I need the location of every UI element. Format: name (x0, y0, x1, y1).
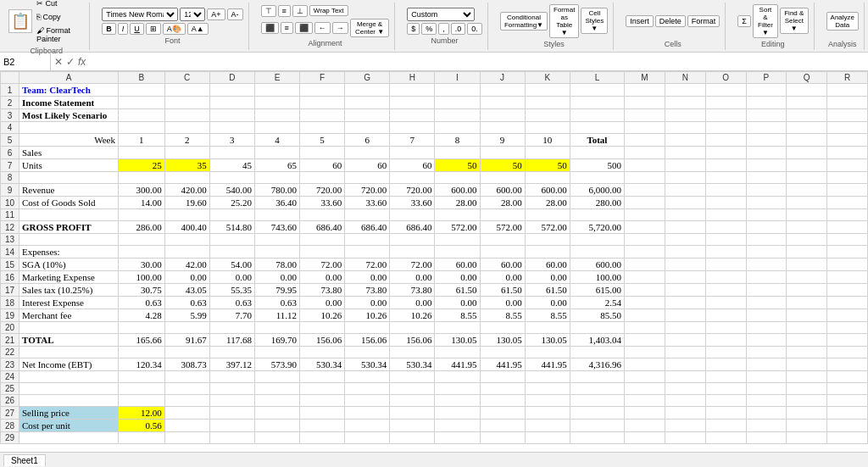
merge-center-button[interactable]: Merge & Center ▼ (350, 19, 389, 37)
cell-A22[interactable] (19, 347, 119, 359)
cell-E2[interactable] (254, 97, 299, 109)
cell-C2[interactable] (164, 97, 209, 109)
cell-I1[interactable] (435, 84, 480, 97)
cell-F24[interactable] (300, 371, 345, 383)
cell-G6[interactable] (345, 147, 390, 159)
cell-B1[interactable] (119, 84, 165, 97)
cell-B28[interactable]: 0.56 (119, 420, 165, 432)
cell-J13[interactable] (480, 234, 525, 246)
cell-G23[interactable]: 530.34 (345, 359, 390, 371)
cell-Q8[interactable] (787, 172, 827, 184)
cell-N3[interactable] (665, 109, 706, 122)
cell-K16[interactable]: 0.00 (525, 271, 570, 284)
cell-H8[interactable] (390, 172, 435, 184)
cell-Q13[interactable] (787, 234, 827, 246)
cell-H9[interactable]: 720.00 (390, 184, 435, 197)
cell-R24[interactable] (827, 371, 868, 383)
cell-B7[interactable]: 25 (119, 159, 165, 172)
cell-D18[interactable]: 0.63 (209, 297, 254, 309)
cell-O11[interactable] (705, 209, 746, 221)
cell-O10[interactable] (705, 197, 746, 209)
cell-J18[interactable]: 0.00 (480, 297, 525, 309)
cell-L23[interactable]: 4,316.96 (570, 359, 624, 371)
cell-Q29[interactable] (787, 432, 827, 444)
cell-O26[interactable] (705, 395, 746, 407)
cell-G9[interactable]: 720.00 (345, 184, 390, 197)
cell-N11[interactable] (665, 209, 706, 221)
cell-F16[interactable]: 0.00 (300, 271, 345, 284)
row-header-28[interactable]: 28 (1, 420, 19, 432)
cell-R21[interactable] (827, 334, 868, 347)
cell-J12[interactable]: 572.00 (480, 221, 525, 234)
cell-P20[interactable] (746, 322, 787, 334)
cell-reference-box[interactable]: B2 (0, 53, 51, 70)
cell-A9[interactable]: Revenue (19, 184, 119, 197)
col-header-a[interactable]: A (19, 72, 119, 84)
confirm-formula-icon[interactable]: ✓ (66, 56, 75, 68)
col-header-i[interactable]: I (435, 72, 480, 84)
row-header-19[interactable]: 19 (1, 309, 19, 322)
cell-G20[interactable] (345, 322, 390, 334)
cell-O23[interactable] (705, 359, 746, 371)
cell-R25[interactable] (827, 383, 868, 395)
cell-O20[interactable] (705, 322, 746, 334)
cell-N4[interactable] (665, 122, 706, 134)
cell-L12[interactable]: 5,720.00 (570, 221, 624, 234)
comma-button[interactable]: , (438, 23, 449, 35)
cell-F18[interactable]: 0.00 (300, 297, 345, 309)
cell-H4[interactable] (390, 122, 435, 134)
sheet-tab-1[interactable]: Sheet1 (3, 454, 46, 466)
cell-N21[interactable] (665, 334, 706, 347)
insert-button[interactable]: Insert (626, 15, 654, 27)
cell-F13[interactable] (300, 234, 345, 246)
cell-L13[interactable] (570, 234, 624, 246)
cell-I2[interactable] (435, 97, 480, 109)
cell-K19[interactable]: 8.55 (525, 309, 570, 322)
cell-O28[interactable] (705, 420, 746, 432)
cell-A26[interactable] (19, 395, 119, 407)
col-header-o[interactable]: O (705, 72, 746, 84)
cell-B9[interactable]: 300.00 (119, 184, 165, 197)
row-header-27[interactable]: 27 (1, 407, 19, 420)
cell-B10[interactable]: 14.00 (119, 197, 165, 209)
cell-L18[interactable]: 2.54 (570, 297, 624, 309)
spreadsheet-container[interactable]: A B C D E F G H I J K L M N O P Q R 1Tea… (0, 71, 868, 452)
cell-F5[interactable]: 5 (300, 134, 345, 147)
cell-C12[interactable]: 400.40 (164, 221, 209, 234)
row-header-1[interactable]: 1 (1, 84, 19, 97)
cell-N23[interactable] (665, 359, 706, 371)
cell-R7[interactable] (827, 159, 868, 172)
cell-G8[interactable] (345, 172, 390, 184)
cell-A2[interactable]: Income Statement (19, 97, 119, 109)
cell-F11[interactable] (300, 209, 345, 221)
cell-L4[interactable] (570, 122, 624, 134)
cell-P7[interactable] (746, 159, 787, 172)
cell-B23[interactable]: 120.34 (119, 359, 165, 371)
cell-M3[interactable] (625, 109, 665, 122)
cell-F2[interactable] (300, 97, 345, 109)
cell-J20[interactable] (480, 322, 525, 334)
cell-R19[interactable] (827, 309, 868, 322)
cell-A27[interactable]: Selling price (19, 407, 119, 420)
row-header-3[interactable]: 3 (1, 109, 19, 122)
align-right-button[interactable]: ⬛ (295, 22, 313, 34)
row-header-24[interactable]: 24 (1, 371, 19, 383)
col-header-e[interactable]: E (254, 72, 299, 84)
indent-increase-button[interactable]: → (332, 22, 348, 34)
row-header-16[interactable]: 16 (1, 271, 19, 284)
cell-C20[interactable] (164, 322, 209, 334)
cell-B29[interactable] (119, 432, 165, 444)
cell-C6[interactable] (164, 147, 209, 159)
cell-P6[interactable] (746, 147, 787, 159)
cell-G24[interactable] (345, 371, 390, 383)
cell-O7[interactable] (705, 159, 746, 172)
cell-O9[interactable] (705, 184, 746, 197)
cell-F17[interactable]: 73.80 (300, 284, 345, 297)
cell-R10[interactable] (827, 197, 868, 209)
cell-R28[interactable] (827, 420, 868, 432)
cell-C7[interactable]: 35 (164, 159, 209, 172)
cell-K9[interactable]: 600.00 (525, 184, 570, 197)
row-header-2[interactable]: 2 (1, 97, 19, 109)
cell-A10[interactable]: Cost of Goods Sold (19, 197, 119, 209)
cell-C3[interactable] (164, 109, 209, 122)
